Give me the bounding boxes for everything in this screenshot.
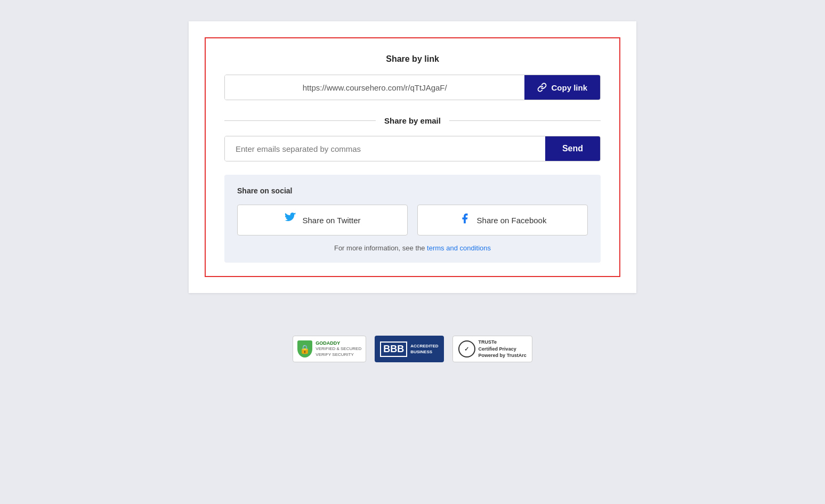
copy-link-button[interactable]: Copy link <box>524 75 600 100</box>
social-box: Share on social Share on Twitter <box>224 175 601 263</box>
share-by-link-title: Share by link <box>224 54 601 64</box>
email-input[interactable] <box>225 136 545 161</box>
facebook-icon <box>459 213 471 227</box>
godaddy-badge: 🔒 GODADDY VERIFIED & SECURED VERIFY SECU… <box>293 336 366 362</box>
truste-logo-icon: ✓ <box>458 340 475 357</box>
social-buttons: Share on Twitter Share on Facebook <box>237 205 588 235</box>
share-twitter-label: Share on Twitter <box>303 216 361 225</box>
share-facebook-label: Share on Facebook <box>477 216 547 225</box>
truste-badge: ✓ TRUSTe Certified Privacy Powered by Tr… <box>452 336 532 362</box>
divider-left <box>224 120 376 121</box>
social-title: Share on social <box>237 186 588 195</box>
share-by-email-title: Share by email <box>384 116 441 125</box>
terms-link[interactable]: terms and conditions <box>427 244 491 252</box>
truste-line1: TRUSTe <box>479 339 527 346</box>
share-twitter-button[interactable]: Share on Twitter <box>237 205 408 235</box>
link-icon <box>537 83 547 92</box>
email-row: Send <box>224 136 601 161</box>
share-facebook-button[interactable]: Share on Facebook <box>417 205 588 235</box>
bbb-logo: BBB <box>380 342 407 357</box>
truste-text: TRUSTe Certified Privacy Powered by Trus… <box>479 339 527 359</box>
truste-line3: Powered by TrustArc <box>479 352 527 359</box>
bbb-line2: BUSINESS <box>410 349 438 355</box>
bbb-badge: BBB ACCREDITED BUSINESS <box>375 336 443 362</box>
godaddy-line2: VERIFY SECURITY <box>316 352 361 357</box>
godaddy-shield-icon: 🔒 <box>297 340 312 357</box>
email-divider-row: Share by email <box>224 116 601 125</box>
share-url-input[interactable] <box>225 75 524 100</box>
godaddy-brand: GODADDY <box>316 340 361 347</box>
truste-line2: Certified Privacy <box>479 346 527 353</box>
godaddy-text: GODADDY VERIFIED & SECURED VERIFY SECURI… <box>316 340 361 357</box>
page-wrapper: Share by link Copy link Share by email <box>189 21 636 293</box>
copy-link-label: Copy link <box>551 83 587 92</box>
twitter-icon <box>285 213 296 227</box>
divider-right <box>449 120 601 121</box>
bbb-line1: ACCREDITED <box>410 343 438 349</box>
godaddy-line1: VERIFIED & SECURED <box>316 346 361 352</box>
terms-row: For more information, see the terms and … <box>237 244 588 252</box>
send-button[interactable]: Send <box>545 136 600 161</box>
footer: 🔒 GODADDY VERIFIED & SECURED VERIFY SECU… <box>0 325 825 373</box>
bbb-text: ACCREDITED BUSINESS <box>410 343 438 355</box>
share-card: Share by link Copy link Share by email <box>205 37 620 277</box>
terms-prefix: For more information, see the <box>334 244 427 252</box>
link-row: Copy link <box>224 75 601 100</box>
